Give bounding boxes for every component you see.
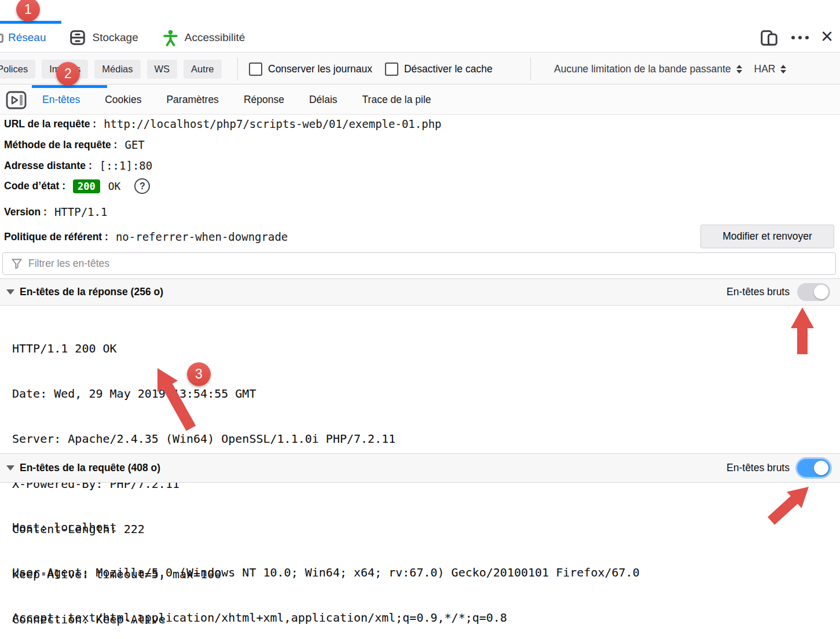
response-headers-title: En-têtes de la réponse (256 o) (20, 286, 163, 298)
annotation-badge-3: 3 (187, 362, 211, 386)
accessibility-icon (163, 29, 178, 46)
tab-stockage[interactable]: Stockage (69, 29, 138, 46)
disable-cache-label: Désactiver le cache (404, 63, 493, 75)
request-header-line: Accept: text/html,application/xhtml+xml,… (12, 610, 640, 625)
filter-pill-autre[interactable]: Autre (184, 60, 221, 79)
funnel-icon (11, 258, 23, 270)
status-text: OK (108, 180, 121, 192)
red-arrow-response-toggle (791, 307, 814, 354)
throttling-caret-icon (736, 65, 742, 74)
tab-label: Stockage (93, 31, 138, 44)
status-label: Code d’état : (4, 180, 65, 192)
keep-logs-checkbox[interactable] (249, 63, 262, 76)
annotation-badge-2: 2 (56, 62, 80, 86)
collapse-triangle-icon (6, 465, 14, 471)
har-menu[interactable]: HAR (754, 63, 776, 75)
close-icon[interactable]: × (821, 28, 833, 45)
method-value: GET (124, 138, 144, 151)
response-header-line: Date: Wed, 29 May 2019 13:54:55 GMT (12, 386, 395, 401)
detail-tab-cookies[interactable]: Cookies (105, 94, 141, 106)
filter-pill-polices[interactable]: Polices (0, 60, 35, 79)
keep-logs-label: Conserver les journaux (268, 63, 372, 75)
edit-resend-button[interactable]: Modifier et renvoyer (700, 225, 834, 248)
toolbar-divider (237, 57, 238, 80)
filter-pill-ws[interactable]: WS (147, 60, 178, 79)
tab-accessibilite[interactable]: Accessibilité (163, 29, 245, 46)
response-header-line: HTTP/1.1 200 OK (12, 341, 395, 356)
status-help-icon[interactable]: ? (134, 178, 150, 194)
version-label: Version : (4, 206, 47, 218)
throttling-select[interactable]: Aucune limitation de la bande passante (554, 63, 731, 75)
filter-headers-input[interactable] (2, 252, 836, 275)
referrer-policy-label: Politique de référent : (4, 231, 108, 243)
meatball-menu-icon[interactable] (791, 36, 809, 39)
toggle-knob (814, 461, 828, 475)
url-label: URL de la requête : (4, 118, 96, 130)
response-headers-section-header[interactable]: En-têtes de la réponse (256 o) En-têtes … (0, 278, 840, 306)
request-detail-tabbar: En-têtes Cookies Paramètres Réponse Déla… (0, 85, 840, 115)
raw-headers-toggle-response[interactable] (797, 283, 830, 301)
filter-pill-medias[interactable]: Médias (94, 60, 140, 79)
red-arrow-request-toggle (768, 487, 809, 525)
network-toolbar: Polices Images Médias WS Autre Conserver… (0, 53, 840, 85)
request-headers-section-header[interactable]: En-têtes de la requête (408 o) En-têtes … (0, 453, 840, 483)
detail-tab-delais[interactable]: Délais (309, 94, 338, 106)
tab-reseau[interactable]: Réseau (8, 31, 46, 44)
raw-headers-label: En-têtes bruts (727, 286, 790, 298)
toggle-knob (814, 285, 828, 299)
version-value: HTTP/1.1 (54, 205, 108, 218)
har-caret-icon (780, 65, 786, 74)
url-value: http://localhost/php7/scripts-web/01/exe… (104, 117, 441, 130)
request-header-line: User-Agent: Mozilla/5.0 (Windows NT 10.0… (12, 565, 640, 580)
request-headers-raw: Host: localhost User-Agent: Mozilla/5.0 … (12, 490, 640, 639)
method-label: Méthode de la requête : (4, 139, 117, 151)
remote-address-label: Adresse distante : (4, 160, 92, 172)
request-headers-title: En-têtes de la requête (408 o) (20, 462, 160, 474)
tab-label: Réseau (8, 31, 46, 44)
detail-tab-reponse[interactable]: Réponse (244, 94, 284, 106)
referrer-policy-value: no-referrer-when-downgrade (116, 230, 288, 243)
devtools-tabbar: Réseau Stockage Acces (0, 0, 840, 53)
devtools-network-panel: Réseau Stockage Acces (0, 0, 840, 639)
storage-icon (69, 29, 86, 46)
detail-tab-parametres[interactable]: Paramètres (166, 94, 218, 106)
toolbar-divider (530, 57, 531, 80)
detail-tab-trace[interactable]: Trace de la pile (362, 94, 431, 106)
raw-headers-toggle-request[interactable] (797, 459, 830, 477)
remote-address-value: [::1]:80 (100, 159, 153, 172)
split-pane-toggle-icon[interactable] (6, 91, 27, 109)
request-header-line: Host: localhost (12, 520, 640, 535)
response-header-line: Server: Apache/2.4.35 (Win64) OpenSSL/1.… (12, 431, 395, 446)
responsive-design-icon[interactable] (760, 28, 779, 47)
disable-cache-checkbox[interactable] (385, 63, 398, 76)
disable-cache-checkbox-item: Désactiver le cache (385, 63, 493, 76)
tab-label: Accessibilité (185, 31, 245, 44)
status-badge: 200 (73, 179, 100, 193)
headers-filter-bar (2, 252, 836, 275)
detail-tab-entetes[interactable]: En-têtes (42, 94, 80, 106)
keep-logs-checkbox-item: Conserver les journaux (249, 63, 372, 76)
collapse-triangle-icon (6, 289, 14, 295)
raw-headers-label: En-têtes bruts (727, 462, 790, 474)
